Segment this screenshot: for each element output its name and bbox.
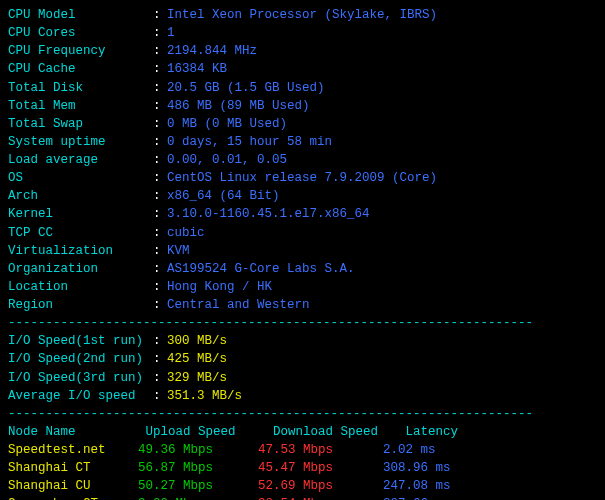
sys-row-tcp_cc: TCP CC: cubic <box>8 224 597 242</box>
io-row-r3: I/O Speed(3rd run): 329 MB/s <box>8 369 597 387</box>
sys-value: 16384 KB <box>167 62 227 76</box>
colon: : <box>153 242 167 260</box>
sys-label: Arch <box>8 187 153 205</box>
upload-val: 50.27 Mbps <box>138 477 258 495</box>
latency-val: 2.02 ms <box>383 441 436 459</box>
sys-label: Total Mem <box>8 97 153 115</box>
sys-row-cpu_cache: CPU Cache: 16384 KB <box>8 60 597 78</box>
colon: : <box>153 24 167 42</box>
sys-value: 486 MB (89 MB Used) <box>167 99 310 113</box>
sys-row-org: Organization: AS199524 G-Core Labs S.A. <box>8 260 597 278</box>
latency-val: 308.96 ms <box>383 459 451 477</box>
sys-value: 0 MB (0 MB Used) <box>167 117 287 131</box>
sys-row-cpu_cores: CPU Cores: 1 <box>8 24 597 42</box>
io-label: I/O Speed(1st run) <box>8 332 153 350</box>
io-value: 351.3 MB/s <box>167 389 242 403</box>
sys-label: Load average <box>8 151 153 169</box>
sys-row-load: Load average: 0.00, 0.01, 0.05 <box>8 151 597 169</box>
latency-val: 207.66 ms <box>383 495 451 500</box>
sys-label: Organization <box>8 260 153 278</box>
divider: ----------------------------------------… <box>8 405 597 423</box>
colon: : <box>153 332 167 350</box>
sys-label: CPU Model <box>8 6 153 24</box>
sys-label: Total Disk <box>8 79 153 97</box>
io-value: 425 MB/s <box>167 352 227 366</box>
download-val: 47.53 Mbps <box>258 441 383 459</box>
sys-label: Region <box>8 296 153 314</box>
sys-label: CPU Frequency <box>8 42 153 60</box>
sys-value: 1 <box>167 26 175 40</box>
col-node: Node Name <box>8 423 138 441</box>
sys-row-kernel: Kernel: 3.10.0-1160.45.1.el7.x86_64 <box>8 205 597 223</box>
download-val: 45.47 Mbps <box>258 459 383 477</box>
io-row-avg: Average I/O speed: 351.3 MB/s <box>8 387 597 405</box>
io-value: 300 MB/s <box>167 334 227 348</box>
divider: ----------------------------------------… <box>8 314 597 332</box>
sys-value: 20.5 GB (1.5 GB Used) <box>167 81 325 95</box>
sys-label: System uptime <box>8 133 153 151</box>
colon: : <box>153 151 167 169</box>
speed-row: Guangzhou CT3.00 Mbps30.54 Mbps207.66 ms <box>8 495 597 500</box>
colon: : <box>153 350 167 368</box>
sys-value: 2194.844 MHz <box>167 44 257 58</box>
sys-row-total_disk: Total Disk: 20.5 GB (1.5 GB Used) <box>8 79 597 97</box>
node-name: Shanghai CU <box>8 477 138 495</box>
sys-value: Central and Western <box>167 298 310 312</box>
system-info-block: CPU Model: Intel Xeon Processor (Skylake… <box>8 6 597 314</box>
upload-val: 3.00 Mbps <box>138 495 258 500</box>
node-name: Guangzhou CT <box>8 495 138 500</box>
colon: : <box>153 6 167 24</box>
speed-header-row: Node Name Upload Speed Download Speed La… <box>8 423 597 441</box>
sys-value: 3.10.0-1160.45.1.el7.x86_64 <box>167 207 370 221</box>
colon: : <box>153 260 167 278</box>
sys-label: Total Swap <box>8 115 153 133</box>
speed-table: Speedtest.net49.36 Mbps47.53 Mbps2.02 ms… <box>8 441 597 500</box>
sys-value: Intel Xeon Processor (Skylake, IBRS) <box>167 8 437 22</box>
node-name: Shanghai CT <box>8 459 138 477</box>
io-label: Average I/O speed <box>8 387 153 405</box>
sys-value: AS199524 G-Core Labs S.A. <box>167 262 355 276</box>
colon: : <box>153 296 167 314</box>
upload-val: 49.36 Mbps <box>138 441 258 459</box>
sys-row-os: OS: CentOS Linux release 7.9.2009 (Core) <box>8 169 597 187</box>
speed-row: Shanghai CT56.87 Mbps45.47 Mbps308.96 ms <box>8 459 597 477</box>
io-label: I/O Speed(3rd run) <box>8 369 153 387</box>
speed-row: Speedtest.net49.36 Mbps47.53 Mbps2.02 ms <box>8 441 597 459</box>
sys-label: Location <box>8 278 153 296</box>
io-row-r2: I/O Speed(2nd run): 425 MB/s <box>8 350 597 368</box>
sys-value: x86_64 (64 Bit) <box>167 189 280 203</box>
download-val: 30.54 Mbps <box>258 495 383 500</box>
sys-value: CentOS Linux release 7.9.2009 (Core) <box>167 171 437 185</box>
colon: : <box>153 369 167 387</box>
sys-row-total_mem: Total Mem: 486 MB (89 MB Used) <box>8 97 597 115</box>
sys-row-uptime: System uptime: 0 days, 15 hour 58 min <box>8 133 597 151</box>
colon: : <box>153 115 167 133</box>
sys-row-cpu_model: CPU Model: Intel Xeon Processor (Skylake… <box>8 6 597 24</box>
colon: : <box>153 187 167 205</box>
sys-row-arch: Arch: x86_64 (64 Bit) <box>8 187 597 205</box>
sys-row-virt: Virtualization: KVM <box>8 242 597 260</box>
sys-label: OS <box>8 169 153 187</box>
sys-value: KVM <box>167 244 190 258</box>
sys-value: 0 days, 15 hour 58 min <box>167 135 332 149</box>
colon: : <box>153 278 167 296</box>
sys-value: Hong Kong / HK <box>167 280 272 294</box>
sys-label: TCP CC <box>8 224 153 242</box>
colon: : <box>153 224 167 242</box>
upload-val: 56.87 Mbps <box>138 459 258 477</box>
sys-label: CPU Cores <box>8 24 153 42</box>
io-row-r1: I/O Speed(1st run): 300 MB/s <box>8 332 597 350</box>
col-download: Download Speed <box>273 423 398 441</box>
sys-row-total_swap: Total Swap: 0 MB (0 MB Used) <box>8 115 597 133</box>
col-upload: Upload Speed <box>146 423 266 441</box>
sys-row-loc: Location: Hong Kong / HK <box>8 278 597 296</box>
sys-row-region: Region: Central and Western <box>8 296 597 314</box>
col-latency: Latency <box>406 423 459 441</box>
sys-label: CPU Cache <box>8 60 153 78</box>
colon: : <box>153 169 167 187</box>
colon: : <box>153 205 167 223</box>
sys-label: Virtualization <box>8 242 153 260</box>
sys-label: Kernel <box>8 205 153 223</box>
io-label: I/O Speed(2nd run) <box>8 350 153 368</box>
latency-val: 247.08 ms <box>383 477 451 495</box>
